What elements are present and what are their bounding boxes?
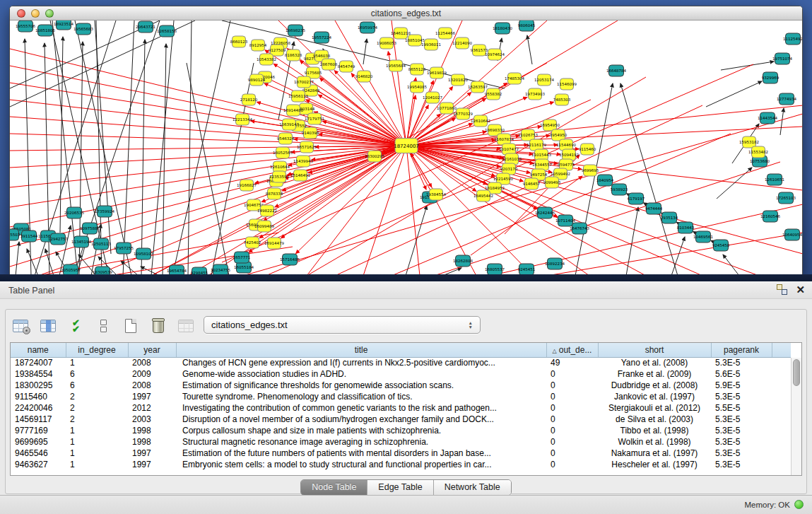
column-visibility-button[interactable]: ✔✔ <box>66 317 85 335</box>
float-panel-icon[interactable] <box>777 284 787 295</box>
graph-node[interactable]: 11443544 <box>758 112 777 124</box>
table-cell[interactable]: 2 <box>66 391 128 402</box>
table-cell[interactable]: 1 <box>66 436 128 448</box>
table-cell[interactable]: 9463627 <box>11 459 66 470</box>
graph-node[interactable]: 17265103 <box>776 192 796 204</box>
table-cell[interactable]: 1997 <box>128 448 176 459</box>
graph-edge-black[interactable] <box>721 62 774 70</box>
graph-node[interactable]: 11254466 <box>435 28 455 39</box>
table-cell[interactable]: 0 <box>546 459 598 470</box>
graph-node[interactable]: 12774934 <box>777 93 796 105</box>
graph-node[interactable]: 18309539 <box>93 267 112 276</box>
graph-node[interactable]: 20643721 <box>136 21 155 33</box>
table-cell[interactable]: Structural magnetic resonance image aver… <box>176 436 546 448</box>
table-cell[interactable]: 49 <box>546 357 598 368</box>
graph-node[interactable]: 9806045 <box>518 21 536 31</box>
graph-node[interactable]: 10975887 <box>80 223 100 234</box>
table-cell[interactable]: 6 <box>66 368 128 380</box>
table-cell[interactable]: 2 <box>66 414 128 425</box>
table-cell[interactable]: 22420046 <box>11 402 66 414</box>
graph-node[interactable]: 9329969 <box>762 72 779 83</box>
graph-node[interactable]: 16770329 <box>453 108 473 119</box>
column-header-name[interactable]: name <box>11 343 66 357</box>
graph-edge-red[interactable] <box>10 134 406 146</box>
graph-node[interactable]: 9245450 <box>712 240 730 251</box>
table-cell[interactable]: 2008 <box>128 380 176 391</box>
graph-node[interactable]: 8454749 <box>338 61 355 72</box>
graph-node[interactable]: 19166827 <box>237 180 257 191</box>
graph-node[interactable]: 19557224 <box>312 32 331 43</box>
graph-node[interactable]: 9185503 <box>10 229 20 240</box>
graph-node[interactable]: 18923514 <box>54 21 73 30</box>
graph-node[interactable]: 12041027 <box>423 92 442 103</box>
table-cell[interactable]: Hescheler et al. (1997) <box>598 459 711 470</box>
table-cell[interactable]: Estimation of significance thresholds fo… <box>176 380 546 391</box>
graph-node[interactable]: 12160546 <box>760 211 780 222</box>
graph-node[interactable]: 9546324 <box>277 133 295 144</box>
graph-node[interactable]: 12053174 <box>534 74 554 86</box>
tab-network-table[interactable]: Network Table <box>434 480 511 495</box>
graph-edge-black[interactable] <box>96 21 102 276</box>
table-row[interactable]: 1872400712008Changes of HCN gene express… <box>11 357 791 368</box>
table-scrollbar[interactable] <box>791 358 801 475</box>
graph-node[interactable]: 18851045 <box>405 35 425 46</box>
table-cell[interactable]: 18300295 <box>11 380 66 391</box>
row-height-button[interactable] <box>94 317 112 335</box>
graph-edge-black[interactable] <box>27 249 38 276</box>
graph-edge-red[interactable] <box>392 21 406 146</box>
table-cell[interactable]: 9465546 <box>11 448 66 459</box>
graph-edge-red[interactable] <box>335 105 702 276</box>
graph-node[interactable]: 11546099 <box>557 78 577 90</box>
graph-node[interactable]: 8186328 <box>285 49 302 61</box>
graph-node[interactable]: 16805537 <box>485 264 505 275</box>
graph-edge-black[interactable] <box>16 242 19 276</box>
graph-node[interactable]: 18698235 <box>286 25 305 36</box>
graph-edge-black[interactable] <box>95 21 111 254</box>
table-cell[interactable]: 2009 <box>128 368 176 380</box>
table-cell[interactable]: 5.3E-5 <box>711 459 772 470</box>
memory-status-icon[interactable] <box>794 500 804 509</box>
graph-edge-red[interactable] <box>10 146 406 267</box>
graph-node[interactable]: 2718120 <box>240 94 258 105</box>
graph-edge-black[interactable] <box>141 40 145 276</box>
table-cell[interactable]: 1997 <box>128 391 176 402</box>
graph-node[interactable]: 11125492 <box>783 33 803 45</box>
graph-edge-black[interactable] <box>163 44 166 276</box>
table-row[interactable]: 2242004622012Investigating the contribut… <box>11 402 791 414</box>
table-row[interactable]: 946362711997Embryonic stem cells: a mode… <box>11 459 791 470</box>
graph-node[interactable]: 10640954 <box>782 229 802 240</box>
graph-edge-black[interactable] <box>717 168 752 199</box>
column-header-in-degree[interactable]: in_degree <box>66 343 128 357</box>
table-cell[interactable]: de Silva et al. (2003) <box>598 414 711 425</box>
graph-node[interactable]: 19654784 <box>167 265 187 276</box>
graph-node[interactable]: 10234755 <box>211 264 230 276</box>
graph-node[interactable]: 8655128 <box>408 64 426 75</box>
graph-node[interactable]: 12213344 <box>233 114 252 125</box>
graph-node[interactable]: 2867608 <box>320 59 338 70</box>
graph-edge-black[interactable] <box>626 207 638 276</box>
graph-node[interactable]: 11345194 <box>71 236 91 247</box>
table-cell[interactable]: 0 <box>546 414 598 425</box>
graph-edge-black[interactable] <box>780 108 784 135</box>
graph-node[interactable]: 5938923 <box>611 184 628 195</box>
table-selector-dropdown[interactable]: citations_edges.txt ▲▼ <box>204 316 481 334</box>
table-cell[interactable]: 18724007 <box>11 357 66 368</box>
close-panel-icon[interactable]: ✕ <box>796 284 805 295</box>
graph-node[interactable]: 19734903 <box>525 88 545 100</box>
new-column-button[interactable] <box>122 317 140 335</box>
table-cell[interactable]: 1 <box>66 448 128 459</box>
graph-node[interactable]: 2657771 <box>233 252 251 263</box>
select-columns-button[interactable] <box>39 317 57 335</box>
table-cell[interactable]: 5.6E-5 <box>711 368 772 380</box>
graph-node[interactable]: 9890124 <box>248 74 266 86</box>
table-cell[interactable]: 0 <box>546 436 598 448</box>
table-cell[interactable]: 1 <box>66 357 128 368</box>
graph-node[interactable]: 19936011 <box>421 39 441 50</box>
table-cell[interactable]: 0 <box>546 380 598 391</box>
graph-node[interactable]: 16648784 <box>606 65 626 76</box>
graph-edge-black[interactable] <box>671 237 685 276</box>
graph-node[interactable]: 9699695 <box>582 165 599 176</box>
table-cell[interactable]: Stergiakouli et al. (2012) <box>598 402 711 414</box>
window-titlebar[interactable]: citations_edges.txt <box>10 6 802 21</box>
graph-node[interactable]: 9140398 <box>302 127 319 139</box>
